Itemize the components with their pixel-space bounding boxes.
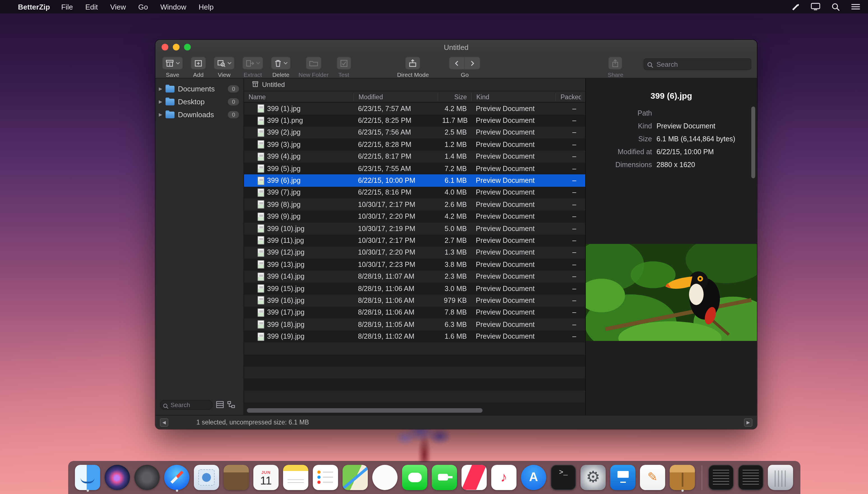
dock-pages-icon[interactable]: ✎: [640, 463, 665, 492]
preview-image: [586, 244, 757, 341]
sidebar-item-documents[interactable]: ▶Documents0: [155, 82, 243, 95]
menu-item-view[interactable]: View: [110, 2, 126, 11]
table-row[interactable]: 399 (16).jpg8/28/19, 11:06 AM979 KBPrevi…: [244, 294, 585, 307]
table-row[interactable]: 399 (7).jpg6/22/15, 8:16 PM4.0 MBPreview…: [244, 187, 585, 198]
add-button[interactable]: Add: [191, 57, 206, 78]
menu-item-edit[interactable]: Edit: [85, 2, 98, 11]
table-row[interactable]: 399 (19).jpg8/28/19, 11:02 AM1.6 MBPrevi…: [244, 330, 585, 343]
image-file-icon: [258, 224, 264, 233]
column-header-modified[interactable]: Modified: [353, 93, 438, 101]
page-forward-button[interactable]: ▶: [744, 418, 753, 426]
display-icon[interactable]: [811, 3, 820, 11]
dock-mail-icon[interactable]: [193, 463, 219, 492]
table-row[interactable]: 399 (14).jpg8/28/19, 11:07 AM2.3 MBPrevi…: [244, 270, 585, 283]
table-row[interactable]: 399 (13).jpg10/30/17, 2:23 PM3.8 MBPrevi…: [244, 259, 585, 270]
preview-scrollbar[interactable]: [751, 107, 755, 178]
dock-app-store-icon[interactable]: A: [521, 463, 547, 492]
app-menu-title[interactable]: BetterZip: [18, 2, 50, 11]
sidebar-item-downloads[interactable]: ▶Downloads0: [155, 108, 243, 121]
extract-button[interactable]: Extract: [242, 57, 263, 78]
delete-button[interactable]: New Folder Delete: [271, 57, 291, 78]
column-header-size[interactable]: Size: [438, 93, 471, 101]
table-row[interactable]: 399 (6).jpg6/22/15, 10:00 PM6.1 MBPrevie…: [244, 175, 585, 187]
dock-calendar-icon[interactable]: JUN11: [253, 463, 279, 492]
file-attrs: –: [581, 129, 585, 136]
page-back-button[interactable]: ◀: [160, 418, 168, 426]
stylus-icon[interactable]: [791, 2, 799, 11]
table-row[interactable]: 399 (8).jpg10/30/17, 2:17 PM2.6 MBPrevie…: [244, 198, 585, 211]
image-file-icon: [258, 164, 264, 173]
disclosure-triangle-icon[interactable]: ▶: [159, 87, 166, 91]
table-row[interactable]: 399 (2).jpg6/23/15, 7:56 AM2.5 MBPreview…: [244, 127, 585, 139]
dock-music-icon[interactable]: ♪: [491, 463, 517, 492]
menu-list-icon[interactable]: [851, 3, 860, 10]
table-row[interactable]: 399 (1).png6/22/15, 8:25 PM11.7 MBPrevie…: [244, 115, 585, 127]
search-input[interactable]: [644, 58, 751, 70]
breadcrumb[interactable]: Untitled: [244, 78, 585, 91]
dock-launchpad-icon[interactable]: [134, 463, 160, 492]
close-button[interactable]: [162, 44, 168, 51]
zoom-button[interactable]: [184, 44, 191, 51]
flat-view-icon[interactable]: [216, 401, 224, 408]
sidebar-item-desktop[interactable]: ▶Desktop0: [155, 95, 243, 108]
table-row[interactable]: 399 (3).jpg6/22/15, 8:28 PM1.2 MBPreview…: [244, 138, 585, 151]
dock-system-preferences-icon[interactable]: ⚙: [580, 463, 606, 492]
view-button[interactable]: View: [214, 57, 235, 78]
table-row[interactable]: 399 (9).jpg10/30/17, 2:20 PM4.2 MBPrevie…: [244, 211, 585, 223]
column-header-name[interactable]: Name: [244, 93, 353, 101]
direct-mode-button[interactable]: Direct Mode: [397, 57, 429, 78]
file-attrs: –: [581, 177, 585, 185]
table-row[interactable]: 399 (10).jpg10/30/17, 2:19 PM5.0 MBPrevi…: [244, 223, 585, 235]
dock-finder-icon[interactable]: [75, 463, 100, 492]
new-folder-button[interactable]: New Folder: [298, 57, 329, 78]
table-row[interactable]: 399 (4).jpg6/22/15, 8:17 PM1.4 MBPreview…: [244, 151, 585, 163]
dock-keynote-icon[interactable]: [610, 463, 636, 492]
image-file-icon: [258, 308, 264, 317]
title-bar[interactable]: Untitled: [155, 40, 757, 54]
test-button[interactable]: Test: [336, 57, 351, 78]
save-button[interactable]: Save: [162, 57, 183, 78]
dock-messages-icon[interactable]: [402, 463, 427, 492]
go-forward-button[interactable]: [465, 57, 481, 70]
dock-facetime-icon[interactable]: [431, 463, 457, 492]
file-attrs: –: [581, 201, 585, 209]
dock-news-icon[interactable]: [461, 463, 487, 492]
dock-safari-icon[interactable]: [164, 463, 190, 492]
dock-reminders-icon[interactable]: [313, 463, 338, 492]
disclosure-triangle-icon[interactable]: ▶: [159, 112, 166, 117]
table-row[interactable]: 399 (5).jpg6/23/15, 7:55 AM7.2 MBPreview…: [244, 163, 585, 175]
dock-minimized-window-2-icon[interactable]: [738, 463, 764, 492]
column-header-kind[interactable]: Kind: [471, 93, 555, 101]
horizontal-scrollbar[interactable]: [244, 408, 585, 413]
table-row[interactable]: 399 (15).jpg8/28/19, 11:06 AM3.0 MBPrevi…: [244, 283, 585, 294]
dock-terminal-icon[interactable]: >_: [550, 463, 576, 492]
dock-minimized-window-1-icon[interactable]: [708, 463, 734, 492]
menu-item-help[interactable]: Help: [199, 2, 214, 11]
table-row[interactable]: 399 (18).jpg8/28/19, 11:05 AM6.3 MBPrevi…: [244, 319, 585, 330]
preview-field-label: Size: [586, 135, 652, 143]
table-row[interactable]: 399 (1).jpg6/23/15, 7:57 AM4.2 MBPreview…: [244, 102, 585, 115]
minimize-button[interactable]: [173, 44, 180, 51]
dock-maps-icon[interactable]: [342, 463, 368, 492]
dock-notes-icon[interactable]: [283, 463, 309, 492]
column-header-packed[interactable]: Packed: [555, 93, 581, 101]
dock-trash-icon[interactable]: [768, 463, 793, 492]
share-button[interactable]: Share: [608, 57, 623, 78]
file-name: 399 (14).jpg: [267, 272, 304, 280]
dock-photos-icon[interactable]: [372, 463, 398, 492]
menu-item-window[interactable]: Window: [160, 2, 186, 11]
table-row[interactable]: 399 (17).jpg8/28/19, 11:06 AM7.8 MBPrevi…: [244, 306, 585, 319]
go-back-button[interactable]: [449, 57, 465, 70]
menu-item-file[interactable]: File: [61, 2, 73, 11]
dock-contacts-icon[interactable]: [223, 463, 249, 492]
dock-siri-icon[interactable]: [104, 463, 130, 492]
menu-item-go[interactable]: Go: [138, 2, 148, 11]
spotlight-search-icon[interactable]: [832, 2, 840, 11]
dock-betterzip-icon[interactable]: [669, 463, 695, 492]
folder-icon: [166, 98, 174, 105]
tree-view-icon[interactable]: [227, 401, 236, 408]
table-row[interactable]: 399 (11).jpg10/30/17, 2:17 PM2.7 MBPrevi…: [244, 235, 585, 247]
file-kind: Preview Document: [471, 212, 555, 220]
table-row[interactable]: 399 (12).jpg10/30/17, 2:20 PM1.3 MBPrevi…: [244, 246, 585, 259]
disclosure-triangle-icon[interactable]: ▶: [159, 99, 166, 104]
